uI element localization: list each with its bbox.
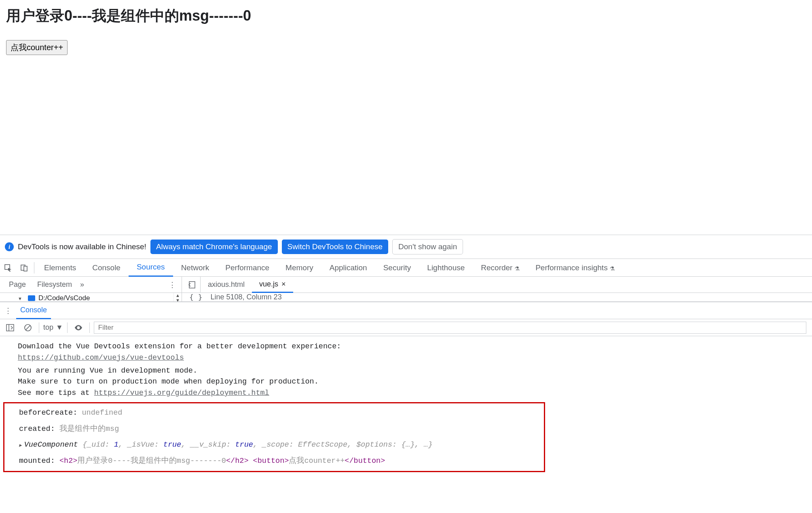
console-filter-input[interactable]: [94, 322, 806, 334]
console-message: created: 我是组件中的msg: [4, 421, 544, 437]
clear-console-icon[interactable]: [21, 321, 35, 335]
sources-editor: axious.html vue.js × { } Line 5108, Colu…: [182, 277, 812, 301]
navigator-tab-page[interactable]: Page: [3, 280, 32, 289]
console-message: Download the Vue Devtools extension for …: [0, 340, 812, 365]
devtools-tabbar: Elements Console Sources Network Perform…: [0, 259, 812, 277]
console-output: Download the Vue Devtools extension for …: [0, 336, 812, 472]
object-preview: {_uid: 1, _isVue: true, __v_skip: true, …: [82, 441, 433, 449]
tab-application[interactable]: Application: [321, 259, 375, 277]
console-toolbar: top ▼: [0, 319, 812, 336]
html-tag: </button>: [345, 457, 385, 465]
console-value: 点我counter++: [289, 457, 345, 465]
folder-label: D:/Code/VsCode: [38, 294, 90, 301]
preview-icon: ⚗: [610, 263, 614, 272]
close-tab-icon[interactable]: ×: [281, 280, 286, 288]
pretty-print-icon[interactable]: { }: [189, 293, 203, 301]
chevron-down-icon: ▼: [56, 323, 63, 332]
sources-panel: Page Filesystem » ⋮ D:/Code/VsCode axiou…: [0, 277, 812, 302]
console-value: 用户登录0----我是组件中的msg-------0: [77, 457, 226, 465]
navigator-tabs: Page Filesystem » ⋮: [0, 277, 182, 293]
console-text: Download the Vue Devtools extension for …: [18, 342, 341, 351]
scroll-down-icon[interactable]: ▼: [174, 298, 182, 301]
console-message: You are running Vue in development mode.…: [0, 365, 812, 400]
drawer-header: ⋮ Console: [0, 302, 812, 319]
sources-navigator: Page Filesystem » ⋮ D:/Code/VsCode axiou…: [0, 277, 182, 301]
console-text: You are running Vue in development mode.: [18, 367, 197, 375]
tab-security[interactable]: Security: [375, 259, 419, 277]
tree-folder[interactable]: D:/Code/VsCode: [0, 293, 182, 301]
page-viewport: 用户登录0----我是组件中的msg-------0 点我counter++: [0, 0, 812, 235]
tab-lighthouse[interactable]: Lighthouse: [419, 259, 473, 277]
expand-arrow-icon[interactable]: [19, 441, 24, 449]
editor-tabs: axious.html vue.js ×: [182, 277, 812, 293]
always-match-language-button[interactable]: Always match Chrome's language: [150, 240, 278, 254]
svg-line-7: [26, 325, 30, 330]
context-label: top: [43, 323, 53, 332]
editor-tab-axious[interactable]: axious.html: [201, 277, 252, 293]
console-text: beforeCreate:: [19, 409, 82, 417]
tree-scrollbar[interactable]: ▲ ▼: [173, 293, 182, 301]
device-toggle-icon[interactable]: [16, 259, 32, 277]
cursor-position: Line 5108, Column 23: [211, 293, 282, 301]
expand-arrow-icon[interactable]: [18, 294, 25, 301]
console-drawer: ⋮ Console top ▼ Download the Vu: [0, 302, 812, 472]
dont-show-again-button[interactable]: Don't show again: [392, 239, 463, 254]
tab-elements[interactable]: Elements: [36, 259, 84, 277]
tab-network[interactable]: Network: [173, 259, 218, 277]
highlighted-logs: beforeCreate: undefined created: 我是组件中的m…: [3, 402, 545, 472]
navigator-tab-filesystem[interactable]: Filesystem: [32, 280, 78, 289]
tab-performance[interactable]: Performance: [217, 259, 277, 277]
svg-rect-2: [24, 266, 27, 271]
console-object[interactable]: VueComponent {_uid: 1, _isVue: true, __v…: [4, 437, 544, 453]
tab-memory[interactable]: Memory: [277, 259, 321, 277]
counter-button[interactable]: 点我counter++: [6, 40, 68, 55]
vue-devtools-link[interactable]: https://github.com/vuejs/vue-devtools: [18, 354, 184, 362]
tab-console[interactable]: Console: [84, 259, 129, 277]
tab-sources[interactable]: Sources: [129, 259, 173, 277]
drawer-tab-console[interactable]: Console: [16, 302, 51, 319]
console-value: undefined: [82, 409, 122, 417]
vue-deployment-link[interactable]: https://vuejs.org/guide/deployment.html: [94, 389, 269, 397]
console-value: 我是组件中的msg: [59, 425, 119, 433]
editor-tab-vue[interactable]: vue.js ×: [252, 277, 293, 293]
html-tag: <h2>: [59, 457, 77, 465]
scroll-up-icon[interactable]: ▲: [174, 293, 182, 298]
svg-rect-3: [189, 282, 195, 288]
language-infobar: i DevTools is now available in Chinese! …: [0, 235, 812, 259]
console-message: mounted: <h2>用户登录0----我是组件中的msg-------0<…: [4, 453, 544, 469]
console-text: Make sure to turn on production mode whe…: [18, 377, 319, 386]
separator: [67, 322, 68, 333]
svg-point-8: [78, 327, 79, 329]
drawer-menu-icon[interactable]: ⋮: [0, 306, 16, 315]
editor-tab-label: vue.js: [259, 280, 278, 288]
infobar-text: DevTools is now available in Chinese!: [18, 242, 146, 251]
separator: [34, 262, 34, 273]
console-text: See more tips at: [18, 389, 94, 397]
navigator-more-icon[interactable]: »: [80, 280, 84, 289]
navigator-menu-icon[interactable]: ⋮: [169, 280, 176, 289]
page-heading: 用户登录0----我是组件中的msg-------0: [6, 6, 806, 26]
preview-icon: ⚗: [515, 263, 519, 272]
tab-performance-insights[interactable]: Performance insights ⚗: [527, 259, 622, 277]
console-text: created:: [19, 425, 59, 433]
separator: [39, 322, 39, 333]
console-message: beforeCreate: undefined: [4, 405, 544, 421]
info-icon: i: [5, 242, 14, 251]
execution-context-selector[interactable]: top ▼: [43, 323, 63, 332]
file-tree[interactable]: D:/Code/VsCode axious.html ▲ ▼: [0, 293, 182, 301]
console-text: mounted:: [19, 457, 59, 465]
editor-status-bar: { } Line 5108, Column 23: [182, 293, 812, 301]
editor-nav-back-icon[interactable]: [182, 277, 201, 293]
separator: [89, 322, 90, 333]
inspect-element-icon[interactable]: [0, 259, 16, 277]
switch-to-chinese-button[interactable]: Switch DevTools to Chinese: [282, 240, 389, 254]
console-sidebar-toggle-icon[interactable]: [3, 321, 17, 335]
tab-recorder[interactable]: Recorder ⚗: [473, 259, 527, 277]
html-tag: </h2>: [226, 457, 249, 465]
html-tag: <button>: [253, 457, 289, 465]
live-expression-icon[interactable]: [72, 321, 85, 335]
devtools-panel: i DevTools is now available in Chinese! …: [0, 235, 812, 472]
console-text: VueComponent: [24, 441, 82, 449]
folder-icon: [28, 295, 35, 301]
